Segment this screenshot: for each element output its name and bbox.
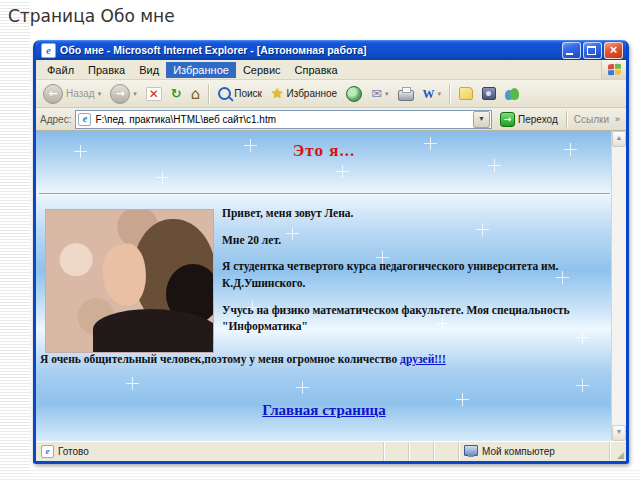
slide-title: Страница Обо мне [8, 6, 175, 26]
page-heading: Это я... [36, 141, 612, 161]
forward-dropdown-icon[interactable]: ▾ [133, 90, 137, 98]
status-pane-empty [384, 442, 409, 461]
close-button[interactable] [604, 42, 623, 59]
windows-logo-icon [601, 60, 626, 79]
my-computer-icon [464, 445, 478, 456]
minimize-button[interactable] [562, 42, 581, 59]
status-page-icon [41, 445, 54, 458]
status-zone-pane: Мой компьютер [459, 442, 610, 461]
ie-page-icon [41, 43, 56, 58]
horizontal-rule [39, 193, 610, 195]
home-icon: ⌂ [191, 87, 201, 101]
edit-button[interactable]: W ▾ [420, 86, 445, 102]
window-title: Обо мне - Microsoft Internet Explorer - … [60, 44, 560, 56]
go-button[interactable]: → Переход [496, 111, 562, 128]
menu-bar: Файл Правка Вид Избранное Сервис Справка [36, 60, 626, 80]
status-pane-main: Готово [36, 442, 384, 461]
photo-shoulders [93, 309, 214, 353]
title-bar[interactable]: Обо мне - Microsoft Internet Explorer - … [36, 40, 626, 60]
status-text: Готово [58, 446, 89, 457]
favorites-label: Избранное [286, 88, 337, 99]
vertical-scrollbar[interactable]: ▲ ▼ [611, 131, 626, 441]
mail-icon: ✉ [371, 88, 382, 100]
search-button[interactable]: Поиск [215, 85, 265, 102]
history-icon [346, 86, 362, 102]
about-paragraphs: Привет, меня зовут Лена. Мне 20 лет. Я с… [222, 205, 598, 345]
status-bar: Готово Мой компьютер ◢ [36, 441, 626, 461]
search-icon [218, 87, 231, 100]
links-label[interactable]: Ссылки [572, 114, 611, 125]
back-icon: ← [43, 84, 63, 104]
mail-dropdown-icon[interactable]: ▾ [385, 90, 389, 98]
history-button[interactable] [343, 84, 365, 104]
home-line: Главная страница [36, 401, 612, 419]
stop-button[interactable]: ✕ [143, 85, 165, 103]
toolbar-separator [208, 84, 210, 104]
back-button[interactable]: ← Назад ▾ [40, 82, 104, 106]
menu-edit[interactable]: Правка [81, 62, 132, 78]
slide-bottom-stripes [0, 468, 640, 480]
menu-favorites[interactable]: Избранное [166, 62, 236, 78]
maximize-button[interactable] [583, 42, 602, 59]
stop-icon: ✕ [146, 87, 162, 101]
portrait-photo [45, 209, 214, 353]
address-page-icon [78, 113, 91, 126]
resize-grip[interactable]: ◢ [610, 442, 626, 461]
menu-tools[interactable]: Сервис [236, 62, 288, 78]
links-chevron-icon[interactable]: » [615, 114, 622, 124]
scroll-up-icon[interactable]: ▲ [612, 131, 626, 147]
zone-text: Мой компьютер [482, 446, 555, 457]
discuss-button[interactable] [456, 85, 476, 102]
media-icon [482, 87, 496, 100]
friends-line: Я очень общительный человек,поэтому у ме… [40, 353, 606, 365]
print-icon [398, 90, 414, 101]
scroll-down-icon[interactable]: ▼ [612, 425, 626, 441]
address-dropdown-icon[interactable]: ▼ [473, 111, 490, 128]
edit-word-icon: W [423, 88, 435, 100]
menu-file[interactable]: Файл [40, 62, 81, 78]
messenger-icon [505, 88, 519, 100]
refresh-button[interactable]: ↻ [168, 85, 185, 102]
back-label: Назад [66, 88, 95, 99]
go-label: Переход [518, 114, 558, 125]
go-arrow-icon: → [500, 112, 515, 127]
browser-window: Обо мне - Microsoft Internet Explorer - … [33, 40, 629, 464]
address-label: Адрес: [40, 114, 71, 125]
links-separator [566, 111, 568, 127]
forward-icon: → [110, 84, 130, 104]
favorites-button[interactable]: ★ Избранное [268, 85, 340, 102]
home-page-link[interactable]: Главная страница [262, 402, 385, 418]
paragraph-greeting: Привет, меня зовут Лена. [222, 205, 598, 222]
refresh-icon: ↻ [171, 87, 182, 100]
menu-view[interactable]: Вид [132, 62, 166, 78]
toolbar-separator [449, 84, 451, 104]
print-button[interactable] [395, 85, 417, 103]
discuss-icon [459, 87, 473, 100]
favorites-star-icon: ★ [271, 87, 284, 100]
media-button[interactable] [479, 85, 499, 102]
menu-help[interactable]: Справка [288, 62, 345, 78]
address-input[interactable] [95, 114, 473, 125]
friends-link[interactable]: друзей!!! [400, 353, 446, 365]
paragraph-faculty: Учусь на физико математическом факультет… [222, 302, 598, 335]
toolbar: ← Назад ▾ → ▾ ✕ ↻ ⌂ Поиск ★ Избранное [36, 80, 626, 108]
paragraph-university: Я студентка четвертого курса педагогичес… [222, 258, 598, 291]
messenger-button[interactable] [502, 86, 522, 102]
friends-text: Я очень общительный человек,поэтому у ме… [40, 353, 400, 365]
status-pane-empty [409, 442, 434, 461]
address-input-box[interactable]: ▼ [75, 110, 492, 129]
paragraph-age: Мне 20 лет. [222, 232, 598, 249]
search-label: Поиск [234, 88, 262, 99]
status-pane-empty [434, 442, 459, 461]
slide-edge-stripes [0, 0, 30, 480]
forward-button[interactable]: → ▾ [107, 82, 140, 106]
mail-button[interactable]: ✉ ▾ [368, 86, 391, 102]
home-button[interactable]: ⌂ [188, 85, 204, 103]
page-content: Это я... Привет, меня зовут Лена. Мне 20… [36, 131, 626, 441]
address-bar: Адрес: ▼ → Переход Ссылки » [36, 108, 626, 131]
edit-dropdown-icon[interactable]: ▾ [438, 90, 442, 98]
back-dropdown-icon[interactable]: ▾ [98, 90, 102, 98]
